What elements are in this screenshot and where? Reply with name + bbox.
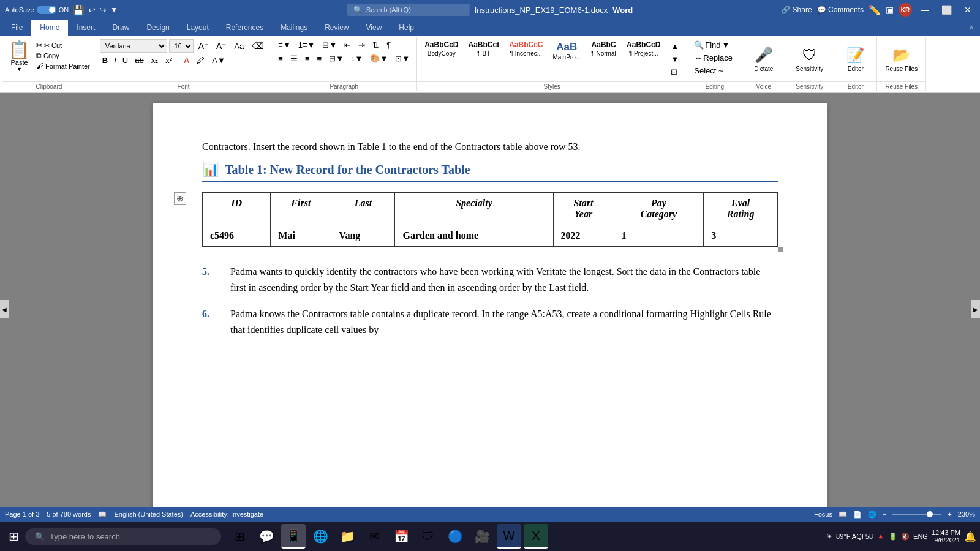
taskbar-folder[interactable]: 📁 <box>335 524 360 549</box>
focus-label[interactable]: Focus <box>814 511 832 518</box>
cut-button[interactable]: ✂ ✂ Cut <box>34 40 92 50</box>
highlight-button[interactable]: 🖊 <box>194 54 208 66</box>
tab-draw[interactable]: Draw <box>104 20 138 36</box>
taskbar-calendar[interactable]: 📅 <box>389 524 413 549</box>
autosave-toggle[interactable] <box>37 6 56 14</box>
replace-button[interactable]: ↔ Replace <box>691 52 736 64</box>
taskbar-chrome[interactable]: 🔵 <box>443 524 467 549</box>
start-button[interactable]: ⊞ <box>4 527 24 546</box>
font-size-select[interactable]: 10 <box>169 39 194 53</box>
battery-icon[interactable]: 🔋 <box>889 533 897 541</box>
table-resize-handle[interactable] <box>778 247 783 252</box>
print-layout-icon[interactable]: 📄 <box>853 511 862 519</box>
volume-icon[interactable]: 🔇 <box>901 533 910 541</box>
justify-button[interactable]: ≡ <box>314 53 325 64</box>
increase-indent-button[interactable]: ⇥ <box>355 39 368 51</box>
tab-layout[interactable]: Layout <box>178 20 217 36</box>
user-avatar[interactable]: KR <box>899 3 912 17</box>
increase-font-button[interactable]: A⁺ <box>195 40 211 52</box>
scroll-right[interactable]: ▶ <box>971 300 980 318</box>
shading-button[interactable]: 🎨▼ <box>367 53 391 64</box>
taskbar-widgets[interactable]: ⊞ <box>227 524 252 549</box>
taskbar-whatsapp[interactable]: 📱 <box>281 524 306 549</box>
superscript-button[interactable]: x² <box>162 54 175 66</box>
align-left-button[interactable]: ≡ <box>275 53 286 64</box>
taskbar-vpn[interactable]: 🛡 <box>416 524 440 549</box>
read-mode-icon[interactable]: 📖 <box>839 511 847 519</box>
accessibility[interactable]: Accessibility: Investigate <box>190 511 263 518</box>
undo-icon[interactable]: ↩ <box>88 5 96 15</box>
taskbar-mail[interactable]: ✉ <box>362 524 386 549</box>
comments-icon[interactable]: 💬 Comments <box>817 6 864 14</box>
share-icon[interactable]: 🔗 Share <box>781 6 812 14</box>
tab-review[interactable]: Review <box>316 20 357 36</box>
format-painter-button[interactable]: 🖌 Format Painter <box>34 61 92 71</box>
search-bar[interactable]: 🔍 Search (Alt+Q) <box>347 4 470 16</box>
tab-home[interactable]: Home <box>31 20 68 36</box>
taskbar-edge[interactable]: 🌐 <box>308 524 333 549</box>
decrease-font-button[interactable]: A⁻ <box>213 40 229 52</box>
taskbar-search-input[interactable] <box>50 532 203 541</box>
style-bt[interactable]: AaBbCct ¶ BT <box>464 39 503 58</box>
tab-references[interactable]: References <box>217 20 272 36</box>
restore-button[interactable]: ⬜ <box>938 4 956 16</box>
decrease-indent-button[interactable]: ⇤ <box>341 39 354 51</box>
strikethrough-button[interactable]: ab <box>132 54 146 66</box>
close-button[interactable]: ✕ <box>960 4 975 16</box>
style-normal[interactable]: AaBbC ¶ Normal <box>587 39 620 58</box>
show-hide-button[interactable]: ¶ <box>383 39 394 51</box>
style-incorrect[interactable]: AaBbCcC ¶ Incorrec... <box>505 39 546 58</box>
style-mainpro[interactable]: AaB MainPro... <box>549 39 584 62</box>
zoom-out-icon[interactable]: − <box>883 511 886 518</box>
font-color-button[interactable]: A <box>181 54 192 66</box>
align-center-button[interactable]: ☰ <box>287 53 301 64</box>
pen-icon[interactable]: ✏️ <box>869 4 881 16</box>
taskbar-chat[interactable]: 💬 <box>254 524 279 549</box>
taskbar-word[interactable]: W <box>497 524 521 549</box>
align-right-button[interactable]: ≡ <box>302 53 313 64</box>
sort-button[interactable]: ⇅ <box>369 39 382 51</box>
change-case-button[interactable]: Aa <box>231 40 247 52</box>
styles-scroll-down[interactable]: ▼ <box>668 53 682 65</box>
tab-view[interactable]: View <box>358 20 391 36</box>
layout-icon[interactable]: ▣ <box>886 5 894 15</box>
style-bodycopy[interactable]: AaBbCcD BodyCopy <box>421 39 462 58</box>
styles-expand[interactable]: ⊡ <box>668 66 682 78</box>
italic-button[interactable]: I <box>111 55 119 66</box>
underline-button[interactable]: U <box>120 55 130 66</box>
web-view-icon[interactable]: 🌐 <box>868 511 876 519</box>
clock[interactable]: 12:43 PM 9/6/2021 <box>932 529 960 544</box>
bold-button[interactable]: B <box>100 55 110 66</box>
paste-button[interactable]: 📋 Paste ▼ <box>6 39 32 75</box>
scroll-left[interactable]: ◀ <box>0 300 9 318</box>
zoom-in-icon[interactable]: + <box>948 511 951 518</box>
multilevel-button[interactable]: ⊟▼ <box>319 39 340 51</box>
minimize-button[interactable]: — <box>917 4 933 16</box>
taskbar-excel[interactable]: X <box>524 524 548 549</box>
select-button[interactable]: Select ~ <box>691 65 726 77</box>
tab-insert[interactable]: Insert <box>68 20 104 36</box>
ribbon-collapse[interactable]: ∧ <box>963 20 980 36</box>
table-move-handle[interactable]: ⊕ <box>174 192 186 205</box>
zoom-slider[interactable] <box>892 514 941 515</box>
copy-button[interactable]: ⧉ Copy <box>34 51 92 61</box>
text-color-button[interactable]: A▼ <box>209 54 228 66</box>
network-icon[interactable]: 🔺 <box>876 533 885 541</box>
tab-help[interactable]: Help <box>390 20 423 36</box>
zoom-level[interactable]: 230% <box>958 511 975 518</box>
borders-button[interactable]: ⊡▼ <box>392 53 413 64</box>
column-button[interactable]: ⊟▼ <box>326 53 347 64</box>
font-name-select[interactable]: Verdana <box>100 39 167 53</box>
bullets-button[interactable]: ≡▼ <box>275 39 293 51</box>
line-spacing-button[interactable]: ↕▼ <box>348 53 366 64</box>
save-icon[interactable]: 💾 <box>72 4 85 16</box>
tab-design[interactable]: Design <box>138 20 178 36</box>
tab-mailings[interactable]: Mailings <box>272 20 316 36</box>
notification-icon[interactable]: 🔔 <box>964 531 976 542</box>
find-button[interactable]: 🔍 Find ▼ <box>691 39 733 51</box>
subscript-button[interactable]: x₂ <box>148 54 162 66</box>
customize-icon[interactable]: ▼ <box>110 6 118 14</box>
taskbar-search-area[interactable]: 🔍 <box>25 528 221 545</box>
clear-format-button[interactable]: ⌫ <box>249 40 267 52</box>
taskbar-zoom[interactable]: 🎥 <box>470 524 494 549</box>
